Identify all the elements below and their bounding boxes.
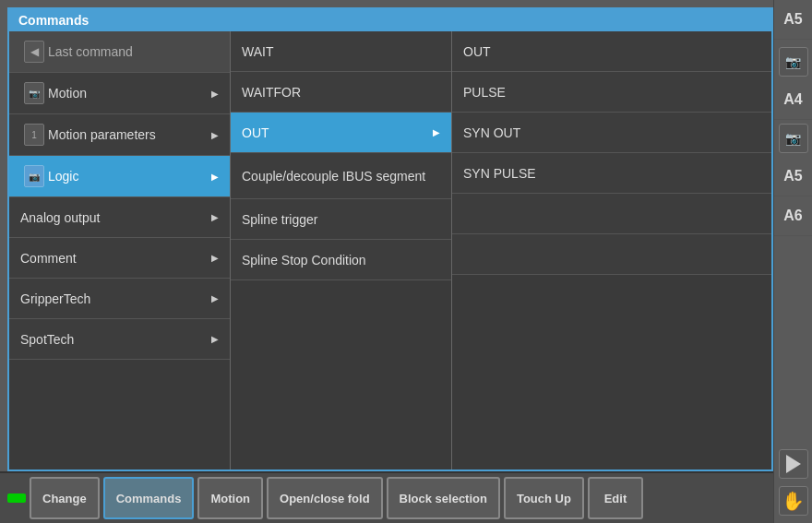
block-selection-button[interactable]: Block selection [387, 477, 500, 519]
menu-item-empty-1 [452, 194, 771, 234]
motion-params-label: Motion parameters [48, 127, 211, 142]
menu-item-last-command[interactable]: ◀ Last command [9, 31, 230, 73]
change-button[interactable]: Change [30, 477, 100, 519]
waitfor-label: WAITFOR [242, 85, 440, 100]
comment-label: Comment [20, 251, 211, 266]
comment-arrow: ▶ [211, 253, 219, 263]
sidebar-label-a5-mid: A5 [774, 157, 812, 196]
menu-item-couple-decouple[interactable]: Couple/decouple IBUS segment [231, 153, 451, 199]
grippertech-label: GripperTech [20, 291, 211, 306]
menu-item-empty-2 [452, 234, 771, 275]
menu-item-spline-stop[interactable]: Spline Stop Condition [231, 240, 451, 280]
sidebar-label-a5-top: A5 [774, 0, 812, 40]
commands-body: ◀ Last command 📷 Motion ▶ 1 [9, 31, 771, 470]
footer-bar: Change Commands Motion Open/close fold B… [0, 471, 773, 523]
logic-label: Logic [48, 169, 211, 184]
column-1: ◀ Last command 📷 Motion ▶ 1 [9, 31, 231, 470]
syn-out-label: SYN OUT [463, 125, 760, 140]
out-item-label: OUT [463, 44, 760, 59]
touch-up-button[interactable]: Touch Up [504, 477, 584, 519]
spline-stop-label: Spline Stop Condition [242, 253, 440, 267]
prev-icon: ◀ [24, 41, 44, 63]
motion-button[interactable]: Motion [197, 477, 263, 519]
menu-item-out[interactable]: OUT ▶ [231, 113, 451, 153]
out-arrow: ▶ [433, 127, 440, 137]
motion-params-arrow: ▶ [211, 130, 219, 140]
menu-item-wait[interactable]: WAIT [231, 31, 451, 72]
sidebar-right: A5 📷 A4 📷 A5 A6 ✋ [773, 0, 812, 523]
menu-item-motion-parameters[interactable]: 1 Motion parameters ▶ [9, 114, 230, 156]
menu-item-spottech[interactable]: SpotTech ▶ [9, 319, 230, 360]
status-indicator [7, 493, 26, 503]
commands-button[interactable]: Commands [103, 477, 195, 519]
logic-icon: 📷 [24, 165, 44, 187]
couple-decouple-label: Couple/decouple IBUS segment [242, 169, 440, 184]
motion-params-icon: 1 [24, 124, 44, 146]
menu-item-motion[interactable]: 📷 Motion ▶ [9, 73, 230, 114]
menu-item-spline-trigger[interactable]: Spline trigger [231, 199, 451, 240]
menu-item-waitfor[interactable]: WAITFOR [231, 72, 451, 113]
motion-icon: 📷 [24, 82, 44, 104]
sidebar-label-a4: A4 [774, 80, 812, 120]
motion-arrow: ▶ [211, 89, 219, 99]
spottech-arrow: ▶ [211, 334, 219, 344]
menu-item-analog-output[interactable]: Analog output ▶ [9, 197, 230, 238]
main-area: Commands ◀ Last command 📷 Motion [0, 0, 773, 523]
commands-panel: Commands ◀ Last command 📷 Motion [7, 7, 773, 471]
menu-item-syn-out[interactable]: SYN OUT [452, 113, 771, 153]
menu-item-pulse[interactable]: PULSE [452, 72, 771, 113]
sidebar-label-a6: A6 [774, 196, 812, 236]
out-label: OUT [242, 125, 433, 140]
spline-trigger-label: Spline trigger [242, 212, 440, 227]
sidebar-icon-camera-2[interactable]: 📷 [779, 124, 808, 153]
syn-pulse-label: SYN PULSE [463, 166, 760, 181]
commands-title: Commands [9, 9, 771, 31]
menu-item-comment[interactable]: Comment ▶ [9, 238, 230, 279]
analog-output-arrow: ▶ [211, 212, 219, 222]
logic-arrow: ▶ [211, 172, 219, 182]
column-2: WAIT WAITFOR OUT ▶ Couple/decouple IBUS … [231, 31, 452, 470]
hand-button[interactable]: ✋ [779, 486, 808, 516]
menu-item-logic[interactable]: 📷 Logic ▶ [9, 156, 230, 197]
menu-item-grippertech[interactable]: GripperTech ▶ [9, 279, 230, 319]
grippertech-arrow: ▶ [211, 293, 219, 303]
menu-item-out-item[interactable]: OUT [452, 31, 771, 72]
camera-icon-2: 📷 [785, 131, 801, 146]
open-close-fold-button[interactable]: Open/close fold [267, 477, 383, 519]
analog-output-label: Analog output [20, 210, 211, 225]
play-button[interactable] [779, 449, 808, 479]
pulse-label: PULSE [463, 85, 760, 100]
wait-label: WAIT [242, 44, 440, 59]
play-icon [786, 455, 801, 473]
camera-icon-1: 📷 [785, 54, 801, 69]
menu-item-syn-pulse[interactable]: SYN PULSE [452, 153, 771, 194]
hand-icon: ✋ [782, 490, 805, 512]
edit-button[interactable]: Edit [588, 477, 643, 519]
spottech-label: SpotTech [20, 332, 211, 347]
column-3: OUT PULSE SYN OUT SYN PULSE [452, 31, 771, 470]
motion-label: Motion [48, 86, 211, 101]
sidebar-icon-camera-1[interactable]: 📷 [779, 47, 808, 77]
last-command-label: Last command [48, 44, 219, 59]
